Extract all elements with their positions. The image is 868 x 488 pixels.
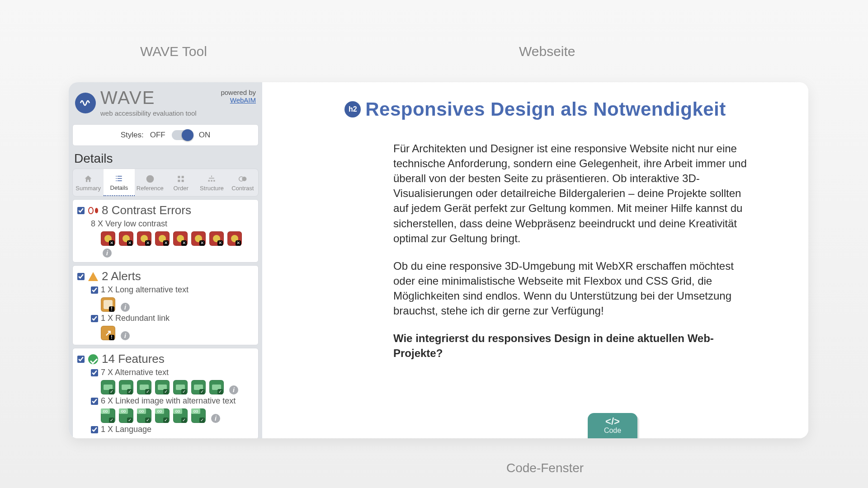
powered-by-label: powered by [221, 89, 256, 96]
feature-alt-text-icon[interactable] [209, 380, 224, 394]
contrast-subline: 8 X Very low contrast [91, 219, 254, 229]
tab-reference[interactable]: Reference [135, 169, 165, 196]
group-features-title: 14 Features [102, 352, 165, 366]
feature-alt-text-checkbox[interactable] [91, 369, 98, 376]
app-card: WAVE web accessibility evaluation tool p… [69, 82, 808, 438]
feature-alt-text-icon[interactable] [119, 380, 133, 394]
styles-toggle-bar: Styles: OFF ON [72, 124, 259, 146]
wave-tagline: web accessibility evaluation tool [100, 109, 197, 117]
feature-linked-img-icon[interactable] [155, 408, 170, 423]
tab-details[interactable]: Details [104, 169, 134, 196]
home-icon [83, 174, 93, 184]
tab-contrast-label: Contrast [231, 185, 254, 192]
group-alerts-checkbox[interactable] [77, 273, 85, 280]
feature-linked-img-checkbox[interactable] [91, 398, 98, 405]
alerts-icon [88, 272, 98, 281]
contrast-error-icon[interactable] [173, 231, 188, 246]
wave-title: WAVE [100, 89, 197, 107]
tab-order-label: Order [174, 185, 189, 192]
order-icon [176, 174, 186, 184]
tab-reference-label: Reference [137, 185, 164, 192]
details-heading: Details [69, 150, 262, 169]
paragraph-2: Ob du eine responsive 3D-Umgebung mit We… [393, 258, 755, 318]
feature-alt-text-icon[interactable] [137, 380, 151, 394]
tab-summary[interactable]: Summary [73, 169, 104, 196]
feature-alt-text-icon[interactable] [101, 380, 115, 394]
code-tab-button[interactable]: </> Code [588, 413, 637, 438]
feature-linked-img-icon[interactable] [137, 408, 151, 423]
page-body: Für Architekten und Designer ist eine re… [393, 141, 755, 373]
contrast-error-icon[interactable] [137, 231, 151, 246]
feature-linked-img-icon[interactable] [191, 408, 206, 423]
wave-brand: WAVE web accessibility evaluation tool [75, 89, 197, 117]
features-icon [88, 354, 98, 364]
group-contrast-title: 8 Contrast Errors [102, 203, 191, 217]
group-alerts: 2 Alerts 1 X Long alternative text i 1 X… [72, 265, 259, 345]
info-icon[interactable]: i [121, 331, 130, 340]
website-panel: h2 Responsives Design als Notwendigkeit … [262, 82, 808, 438]
tab-contrast[interactable]: Contrast [227, 169, 258, 196]
feature-linked-img-icon[interactable] [101, 408, 115, 423]
feature-linked-img-icon[interactable] [119, 408, 133, 423]
contrast-error-icon[interactable] [191, 231, 206, 246]
contrast-error-icon[interactable] [227, 231, 242, 246]
code-tab-label: Code [604, 427, 621, 435]
code-icon: </> [605, 417, 620, 427]
feature-alt-text-icon[interactable] [155, 380, 170, 394]
alert-long-alt-checkbox[interactable] [91, 286, 98, 294]
group-features-checkbox[interactable] [77, 356, 85, 363]
info-icon [145, 174, 155, 184]
details-groups: 8 Contrast Errors 8 X Very low contrast … [72, 199, 259, 438]
paragraph-1: Für Architekten und Designer ist eine re… [393, 141, 755, 246]
tab-details-label: Details [110, 184, 128, 191]
styles-label: Styles: [121, 131, 144, 140]
feature-language-checkbox[interactable] [91, 426, 98, 433]
contrast-icon-row [101, 231, 254, 246]
contrast-error-icon[interactable] [209, 231, 224, 246]
alert-redundant-link-label: 1 X Redundant link [101, 314, 170, 323]
paragraph-3-question: Wie integrierst du responsives Design in… [393, 331, 755, 361]
feature-linked-img-label: 6 X Linked image with alternative text [101, 396, 236, 406]
page-heading: Responsives Design als Notwendigkeit [365, 99, 726, 120]
wave-panel: WAVE web accessibility evaluation tool p… [69, 82, 262, 438]
contrast-icon [238, 174, 248, 184]
tab-structure[interactable]: Structure [196, 169, 227, 196]
wave-header: WAVE web accessibility evaluation tool p… [69, 82, 262, 121]
group-contrast-checkbox[interactable] [77, 207, 85, 214]
tab-order[interactable]: Order [165, 169, 196, 196]
feature-language-label: 1 X Language [101, 425, 151, 434]
styles-on-label: ON [199, 131, 211, 140]
contrast-subline-text: 8 X Very low contrast [91, 219, 167, 229]
alert-long-alt-label: 1 X Long alternative text [101, 285, 189, 295]
contrast-error-icon[interactable] [155, 231, 170, 246]
info-icon[interactable]: i [121, 303, 130, 312]
column-label-website: Webseite [519, 44, 576, 59]
structure-icon [207, 174, 217, 184]
tab-structure-label: Structure [200, 185, 224, 192]
alert-redundant-link-icon[interactable] [101, 326, 115, 340]
wave-logo-icon [75, 93, 96, 113]
feature-alt-text-label: 7 X Alternative text [101, 368, 169, 377]
contrast-errors-icon [88, 206, 98, 216]
webaim-link[interactable]: WebAIM [230, 96, 256, 104]
toggle-knob-icon [182, 129, 193, 141]
svg-point-2 [242, 177, 246, 181]
feature-linked-img-icon[interactable] [173, 408, 188, 423]
svg-point-0 [146, 175, 154, 183]
group-alerts-title: 2 Alerts [102, 269, 141, 283]
tab-summary-label: Summary [75, 185, 101, 192]
alert-long-alt-icon[interactable] [101, 297, 115, 312]
feature-alt-text-icon[interactable] [191, 380, 206, 394]
styles-toggle[interactable] [172, 130, 193, 140]
contrast-error-icon[interactable] [101, 231, 115, 246]
info-icon[interactable]: i [211, 414, 220, 423]
wave-powered-by: powered by WebAIM [221, 89, 256, 104]
info-icon[interactable]: i [229, 385, 238, 394]
group-features: 14 Features 7 X Alternative text i [72, 348, 259, 438]
contrast-error-icon[interactable] [119, 231, 133, 246]
alert-redundant-link-checkbox[interactable] [91, 315, 98, 322]
feature-alt-text-icon[interactable] [173, 380, 188, 394]
list-icon [114, 174, 124, 183]
group-contrast-errors: 8 Contrast Errors 8 X Very low contrast … [72, 199, 259, 263]
info-icon[interactable]: i [103, 249, 112, 258]
